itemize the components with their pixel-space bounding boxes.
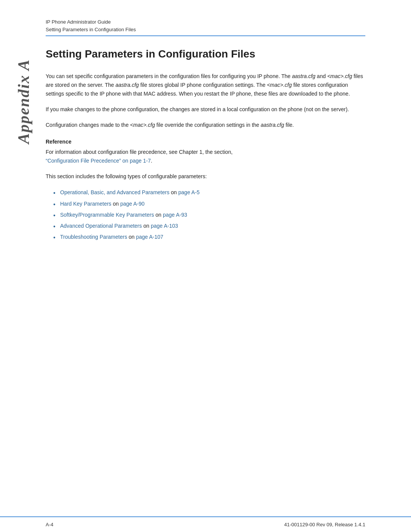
list-item: Softkey/Programmable Key Parameters on p… (53, 210, 365, 220)
breadcrumb-line2: Setting Parameters in Configuration File… (46, 26, 365, 34)
softkey-parameters-page-link[interactable]: page A-93 (163, 212, 187, 218)
list-item: Hard Key Parameters on page A-90 (53, 199, 365, 209)
reference-heading: Reference (46, 139, 365, 145)
list-item: Advanced Operational Parameters on page … (53, 221, 365, 231)
section-intro: This section includes the following type… (46, 172, 365, 181)
page: IP Phone Administrator Guide Setting Par… (0, 0, 411, 532)
reference-text: For information about configuration file… (46, 148, 365, 165)
troubleshooting-parameters-link[interactable]: Troubleshooting Parameters (60, 234, 127, 240)
reference-section: Reference For information about configur… (46, 139, 365, 165)
config-file-precedence-link[interactable]: “Configuration File Precedence” on page … (46, 158, 151, 164)
hard-key-parameters-page-link[interactable]: page A-90 (120, 201, 145, 207)
changes-paragraph: If you make changes to the phone configu… (46, 105, 365, 114)
bullet-list: Operational, Basic, and Advanced Paramet… (53, 188, 365, 242)
advanced-operational-parameters-page-link[interactable]: page A-103 (151, 223, 178, 229)
softkey-parameters-link[interactable]: Softkey/Programmable Key Parameters (60, 212, 154, 218)
troubleshooting-parameters-page-link[interactable]: page A-107 (136, 234, 164, 240)
main-content: Setting Parameters in Configuration File… (0, 36, 411, 274)
hard-key-parameters-link[interactable]: Hard Key Parameters (60, 201, 112, 207)
appendix-label: Appendix A (14, 59, 33, 144)
intro-paragraph: You can set specific configuration param… (46, 72, 365, 98)
footer-version: 41-001129-00 Rev 09, Release 1.4.1 (284, 522, 365, 527)
reference-before-text: For information about configuration file… (46, 149, 233, 155)
operational-parameters-page-link[interactable]: page A-5 (178, 189, 200, 195)
list-item: Troubleshooting Parameters on page A-107 (53, 232, 365, 242)
list-item: Operational, Basic, and Advanced Paramet… (53, 188, 365, 197)
footer: A-4 41-001129-00 Rev 09, Release 1.4.1 (0, 516, 411, 532)
header: IP Phone Administrator Guide Setting Par… (0, 0, 411, 36)
advanced-operational-parameters-link[interactable]: Advanced Operational Parameters (60, 223, 142, 229)
breadcrumb-line1: IP Phone Administrator Guide (46, 18, 365, 26)
footer-page-number: A-4 (46, 522, 53, 527)
operational-parameters-link[interactable]: Operational, Basic, and Advanced Paramet… (60, 189, 169, 195)
override-paragraph: Configuration changes made to the <mac>.… (46, 121, 365, 129)
page-title: Setting Parameters in Configuration File… (46, 48, 365, 61)
